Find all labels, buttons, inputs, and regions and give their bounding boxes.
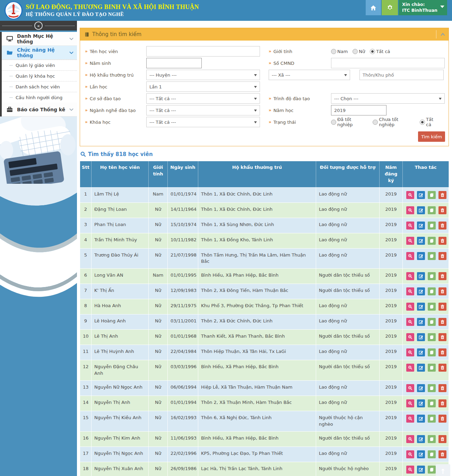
delete-button[interactable]	[438, 399, 446, 407]
edit-button[interactable]	[417, 399, 425, 407]
delete-button[interactable]	[438, 272, 446, 280]
view-button[interactable]	[406, 303, 414, 311]
record-button[interactable]	[428, 333, 436, 341]
record-button[interactable]	[428, 303, 436, 311]
record-button[interactable]	[428, 252, 436, 260]
sidebar-item[interactable]: Quản lý khóa học	[2, 70, 77, 81]
view-button[interactable]	[406, 435, 414, 443]
training-level-select[interactable]: --- Chọn ---	[331, 93, 445, 104]
edit-button[interactable]	[417, 466, 425, 474]
edit-button[interactable]	[417, 318, 425, 326]
edit-button[interactable]	[417, 435, 425, 443]
sidebar-group-bao-cao[interactable]: Báo cáo Thống kê	[2, 103, 77, 116]
record-button[interactable]	[428, 466, 436, 474]
delete-button[interactable]	[438, 222, 446, 230]
delete-button[interactable]	[438, 237, 446, 245]
view-button[interactable]	[406, 450, 414, 458]
user-menu[interactable]: Xin chào: ITC BinhThuan	[399, 0, 447, 15]
radio-icon[interactable]	[373, 120, 378, 125]
sidebar-group-chuc-nang[interactable]: Chức năng Hệ thống	[2, 46, 77, 60]
edit-button[interactable]	[417, 450, 425, 458]
edit-button[interactable]	[417, 303, 425, 311]
sidebar-item[interactable]: Cấu hình người dùng	[2, 92, 77, 103]
hamlet-input[interactable]	[359, 70, 444, 80]
record-button[interactable]	[428, 450, 436, 458]
birth-year-input[interactable]	[146, 58, 202, 68]
record-button[interactable]	[428, 237, 436, 245]
record-button[interactable]	[428, 272, 436, 280]
student-name-input[interactable]	[146, 46, 260, 57]
edit-button[interactable]	[417, 415, 425, 423]
view-button[interactable]	[406, 237, 414, 245]
view-button[interactable]	[406, 206, 414, 214]
delete-button[interactable]	[438, 318, 446, 326]
edit-button[interactable]	[417, 272, 425, 280]
record-button[interactable]	[428, 415, 436, 423]
school-year-input[interactable]	[331, 105, 386, 115]
record-button[interactable]	[428, 435, 436, 443]
record-button[interactable]	[428, 399, 436, 407]
status-radio-option[interactable]: Tất cả	[420, 117, 440, 127]
view-button[interactable]	[406, 318, 414, 326]
edit-button[interactable]	[417, 252, 425, 260]
training-facility-select[interactable]: --- Tất cả ---	[146, 93, 260, 104]
record-button[interactable]	[428, 318, 436, 326]
delete-button[interactable]	[438, 364, 446, 372]
record-button[interactable]	[428, 222, 436, 230]
gender-radio-option[interactable]: Nam	[331, 49, 348, 54]
status-radio-option[interactable]: Đã tốt nghiệp	[331, 117, 368, 127]
record-button[interactable]	[428, 384, 436, 392]
district-select[interactable]: --- Huyện ---	[146, 70, 260, 80]
course-select[interactable]: --- Tất cả ---	[146, 117, 260, 127]
sidebar-item[interactable]: Quản lý giáo viên	[2, 60, 77, 70]
edit-button[interactable]	[417, 333, 425, 341]
view-button[interactable]	[406, 384, 414, 392]
delete-button[interactable]	[438, 287, 446, 295]
view-button[interactable]	[406, 252, 414, 260]
view-button[interactable]	[406, 399, 414, 407]
gender-radio-option[interactable]: Tất cả	[370, 49, 390, 54]
panel-collapse-button[interactable]	[441, 33, 445, 36]
radio-icon[interactable]	[353, 49, 358, 54]
delete-button[interactable]	[438, 191, 446, 199]
sidebar-item[interactable]: Danh sách học viên	[2, 81, 77, 92]
commune-select[interactable]: --- Xã ---	[269, 70, 350, 80]
view-button[interactable]	[406, 348, 414, 356]
delete-button[interactable]	[438, 348, 446, 356]
edit-button[interactable]	[417, 364, 425, 372]
back-to-top-button[interactable]: ↑	[436, 464, 450, 476]
delete-button[interactable]	[438, 435, 446, 443]
view-button[interactable]	[406, 287, 414, 295]
view-button[interactable]	[406, 364, 414, 372]
status-radio-option[interactable]: Chưa tốt nghiệp	[373, 117, 415, 127]
edit-button[interactable]	[417, 384, 425, 392]
edit-button[interactable]	[417, 222, 425, 230]
edit-button[interactable]	[417, 287, 425, 295]
edit-button[interactable]	[417, 191, 425, 199]
radio-icon[interactable]	[370, 49, 375, 54]
settings-button[interactable]	[382, 0, 398, 15]
record-button[interactable]	[428, 364, 436, 372]
record-button[interactable]	[428, 191, 436, 199]
radio-icon[interactable]	[331, 49, 336, 54]
delete-button[interactable]	[438, 333, 446, 341]
edit-button[interactable]	[417, 206, 425, 214]
record-button[interactable]	[428, 287, 436, 295]
view-button[interactable]	[406, 222, 414, 230]
record-button[interactable]	[428, 348, 436, 356]
edit-button[interactable]	[417, 348, 425, 356]
study-attempt-select[interactable]: Lần 1	[146, 81, 260, 92]
view-button[interactable]	[406, 272, 414, 280]
delete-button[interactable]	[438, 415, 446, 423]
training-major-select[interactable]: --- Tất cả ---	[146, 105, 260, 115]
sidebar-group-danh-muc[interactable]: Danh Mục Hệ thống	[2, 32, 77, 46]
gender-radio-option[interactable]: Nữ	[353, 49, 365, 54]
delete-button[interactable]	[438, 450, 446, 458]
view-button[interactable]	[406, 333, 414, 341]
sidebar-collapse-button[interactable]: «	[34, 21, 43, 30]
radio-icon[interactable]	[331, 120, 336, 125]
delete-button[interactable]	[438, 384, 446, 392]
home-button[interactable]	[366, 0, 381, 15]
search-button[interactable]: Tìm kiếm	[418, 131, 445, 142]
delete-button[interactable]	[438, 252, 446, 260]
